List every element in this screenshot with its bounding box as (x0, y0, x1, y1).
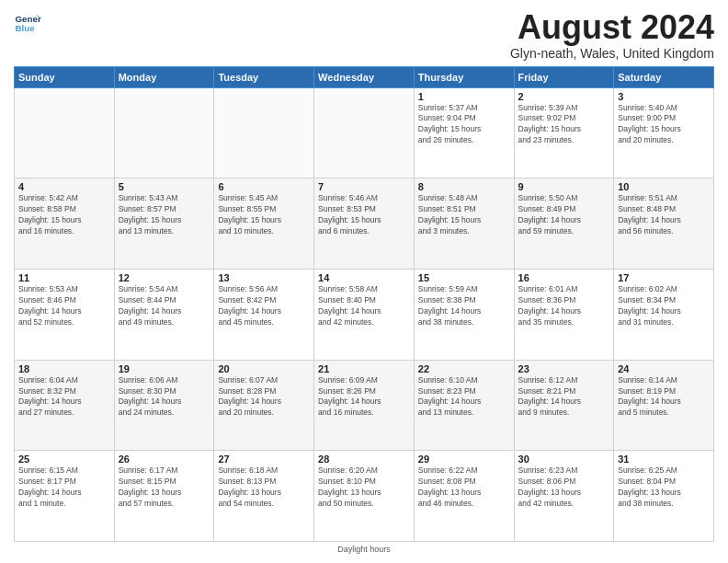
day-cell: 9Sunrise: 5:50 AM Sunset: 8:49 PM Daylig… (514, 178, 614, 270)
day-cell: 26Sunrise: 6:17 AM Sunset: 8:15 PM Dayli… (114, 451, 214, 542)
day-number: 3 (618, 91, 710, 102)
calendar-body: 1Sunrise: 5:37 AM Sunset: 9:04 PM Daylig… (15, 87, 714, 541)
day-info: Sunrise: 5:53 AM Sunset: 8:46 PM Dayligh… (18, 284, 110, 328)
day-info: Sunrise: 6:17 AM Sunset: 8:15 PM Dayligh… (119, 465, 210, 510)
day-cell (314, 87, 415, 178)
day-cell (214, 87, 314, 178)
day-number: 24 (618, 363, 710, 374)
header: General Blue August 2024 Glyn-neath, Wal… (14, 9, 714, 61)
day-cell: 31Sunrise: 6:25 AM Sunset: 8:04 PM Dayli… (614, 451, 714, 542)
day-number: 13 (218, 272, 310, 283)
day-number: 12 (119, 272, 210, 283)
day-number: 1 (418, 91, 510, 102)
day-number: 4 (18, 181, 110, 192)
day-cell: 6Sunrise: 5:45 AM Sunset: 8:55 PM Daylig… (214, 178, 314, 270)
day-number: 27 (218, 454, 310, 465)
day-cell: 4Sunrise: 5:42 AM Sunset: 8:58 PM Daylig… (15, 178, 115, 270)
day-number: 8 (418, 181, 510, 192)
week-row-4: 18Sunrise: 6:04 AM Sunset: 8:32 PM Dayli… (15, 360, 714, 451)
day-info: Sunrise: 5:45 AM Sunset: 8:55 PM Dayligh… (218, 193, 310, 237)
day-number: 23 (518, 363, 610, 374)
day-info: Sunrise: 6:10 AM Sunset: 8:23 PM Dayligh… (418, 375, 510, 419)
day-cell: 17Sunrise: 6:02 AM Sunset: 8:34 PM Dayli… (614, 269, 714, 360)
day-info: Sunrise: 6:15 AM Sunset: 8:17 PM Dayligh… (18, 465, 110, 510)
day-cell: 14Sunrise: 5:58 AM Sunset: 8:40 PM Dayli… (314, 269, 415, 360)
header-day-friday: Friday (514, 66, 614, 87)
day-cell: 27Sunrise: 6:18 AM Sunset: 8:13 PM Dayli… (214, 451, 314, 542)
header-row: SundayMondayTuesdayWednesdayThursdayFrid… (15, 66, 714, 87)
day-cell: 8Sunrise: 5:48 AM Sunset: 8:51 PM Daylig… (414, 178, 514, 270)
day-info: Sunrise: 6:04 AM Sunset: 8:32 PM Dayligh… (18, 375, 110, 419)
title-section: August 2024 Glyn-neath, Wales, United Ki… (510, 9, 714, 61)
day-info: Sunrise: 6:23 AM Sunset: 8:06 PM Dayligh… (518, 465, 610, 510)
day-cell: 13Sunrise: 5:56 AM Sunset: 8:42 PM Dayli… (214, 269, 314, 360)
day-cell: 5Sunrise: 5:43 AM Sunset: 8:57 PM Daylig… (114, 178, 214, 270)
day-number: 16 (518, 272, 610, 283)
day-number: 9 (518, 181, 610, 192)
footer-note: Daylight hours (14, 545, 714, 554)
day-number: 11 (18, 272, 110, 283)
day-info: Sunrise: 5:42 AM Sunset: 8:58 PM Dayligh… (18, 193, 110, 237)
day-cell: 10Sunrise: 5:51 AM Sunset: 8:48 PM Dayli… (614, 178, 714, 270)
header-day-tuesday: Tuesday (214, 66, 314, 87)
day-info: Sunrise: 5:46 AM Sunset: 8:53 PM Dayligh… (318, 193, 410, 237)
day-cell: 18Sunrise: 6:04 AM Sunset: 8:32 PM Dayli… (15, 360, 115, 451)
header-day-saturday: Saturday (614, 66, 714, 87)
calendar-page: General Blue August 2024 Glyn-neath, Wal… (0, 0, 728, 563)
day-number: 30 (518, 454, 610, 465)
day-info: Sunrise: 6:14 AM Sunset: 8:19 PM Dayligh… (618, 375, 710, 419)
week-row-3: 11Sunrise: 5:53 AM Sunset: 8:46 PM Dayli… (15, 269, 714, 360)
calendar-header: SundayMondayTuesdayWednesdayThursdayFrid… (15, 66, 714, 87)
day-info: Sunrise: 5:48 AM Sunset: 8:51 PM Dayligh… (418, 193, 510, 237)
day-info: Sunrise: 5:54 AM Sunset: 8:44 PM Dayligh… (119, 284, 210, 328)
day-cell: 1Sunrise: 5:37 AM Sunset: 9:04 PM Daylig… (414, 87, 514, 178)
day-info: Sunrise: 6:06 AM Sunset: 8:30 PM Dayligh… (119, 375, 210, 419)
day-cell: 19Sunrise: 6:06 AM Sunset: 8:30 PM Dayli… (114, 360, 214, 451)
day-cell: 23Sunrise: 6:12 AM Sunset: 8:21 PM Dayli… (514, 360, 614, 451)
month-title: August 2024 (510, 9, 714, 46)
location: Glyn-neath, Wales, United Kingdom (510, 46, 714, 61)
day-info: Sunrise: 6:09 AM Sunset: 8:26 PM Dayligh… (318, 375, 410, 419)
day-cell: 21Sunrise: 6:09 AM Sunset: 8:26 PM Dayli… (314, 360, 415, 451)
day-number: 14 (318, 272, 410, 283)
day-cell: 28Sunrise: 6:20 AM Sunset: 8:10 PM Dayli… (314, 451, 415, 542)
day-cell: 24Sunrise: 6:14 AM Sunset: 8:19 PM Dayli… (614, 360, 714, 451)
day-info: Sunrise: 5:37 AM Sunset: 9:04 PM Dayligh… (418, 103, 510, 147)
day-cell: 22Sunrise: 6:10 AM Sunset: 8:23 PM Dayli… (414, 360, 514, 451)
header-day-monday: Monday (114, 66, 214, 87)
day-info: Sunrise: 5:39 AM Sunset: 9:02 PM Dayligh… (518, 103, 610, 147)
day-number: 10 (618, 181, 710, 192)
week-row-1: 1Sunrise: 5:37 AM Sunset: 9:04 PM Daylig… (15, 87, 714, 178)
day-cell: 16Sunrise: 6:01 AM Sunset: 8:36 PM Dayli… (514, 269, 614, 360)
day-number: 5 (119, 181, 210, 192)
day-info: Sunrise: 6:25 AM Sunset: 8:04 PM Dayligh… (618, 465, 710, 510)
day-number: 25 (18, 454, 110, 465)
header-day-sunday: Sunday (15, 66, 115, 87)
day-cell: 2Sunrise: 5:39 AM Sunset: 9:02 PM Daylig… (514, 87, 614, 178)
day-number: 2 (518, 91, 610, 102)
day-info: Sunrise: 6:18 AM Sunset: 8:13 PM Dayligh… (218, 465, 310, 510)
svg-text:Blue: Blue (16, 23, 36, 33)
day-cell: 20Sunrise: 6:07 AM Sunset: 8:28 PM Dayli… (214, 360, 314, 451)
week-row-2: 4Sunrise: 5:42 AM Sunset: 8:58 PM Daylig… (15, 178, 714, 270)
svg-text:General: General (16, 14, 42, 24)
day-info: Sunrise: 6:07 AM Sunset: 8:28 PM Dayligh… (218, 375, 310, 419)
day-cell: 3Sunrise: 5:40 AM Sunset: 9:00 PM Daylig… (614, 87, 714, 178)
day-cell: 30Sunrise: 6:23 AM Sunset: 8:06 PM Dayli… (514, 451, 614, 542)
day-cell: 15Sunrise: 5:59 AM Sunset: 8:38 PM Dayli… (414, 269, 514, 360)
calendar-table: SundayMondayTuesdayWednesdayThursdayFrid… (14, 66, 714, 542)
logo: General Blue (14, 9, 41, 37)
day-cell: 12Sunrise: 5:54 AM Sunset: 8:44 PM Dayli… (114, 269, 214, 360)
logo-icon: General Blue (14, 9, 41, 37)
day-info: Sunrise: 6:20 AM Sunset: 8:10 PM Dayligh… (318, 465, 410, 510)
day-number: 15 (418, 272, 510, 283)
day-number: 29 (418, 454, 510, 465)
day-cell: 11Sunrise: 5:53 AM Sunset: 8:46 PM Dayli… (15, 269, 115, 360)
day-number: 19 (119, 363, 210, 374)
day-cell (114, 87, 214, 178)
day-cell (15, 87, 115, 178)
day-number: 17 (618, 272, 710, 283)
header-day-wednesday: Wednesday (314, 66, 415, 87)
day-info: Sunrise: 5:59 AM Sunset: 8:38 PM Dayligh… (418, 284, 510, 328)
day-number: 31 (618, 454, 710, 465)
